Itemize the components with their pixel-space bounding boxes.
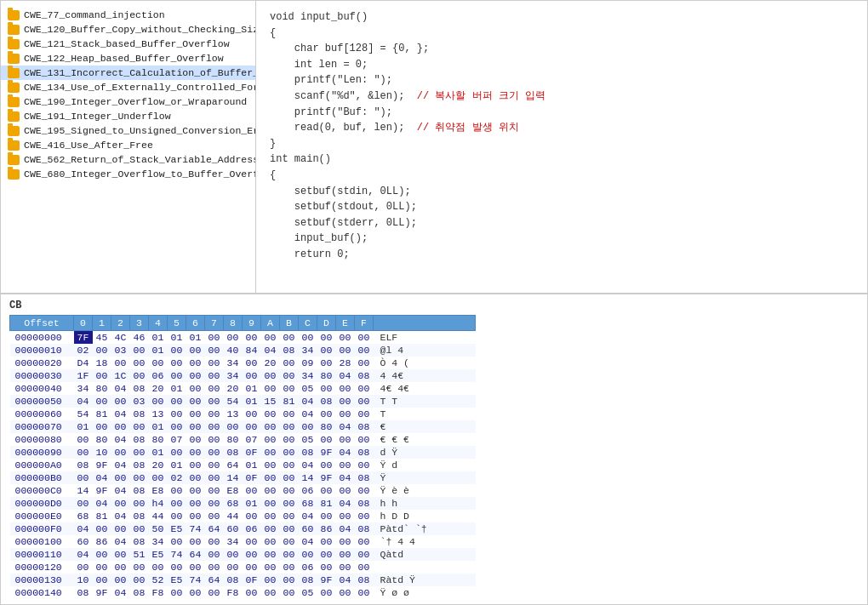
hex-byte-2-9[interactable]: 00 — [243, 357, 261, 369]
hex-byte-0-12[interactable]: 00 — [299, 331, 317, 345]
hex-byte-11-3[interactable]: 00 — [130, 471, 149, 484]
hex-byte-6-1[interactable]: 81 — [93, 408, 111, 420]
hex-byte-14-4[interactable]: 44 — [149, 510, 168, 522]
hex-byte-12-15[interactable]: 00 — [355, 484, 374, 497]
hex-byte-18-0[interactable]: 00 — [74, 561, 93, 574]
hex-byte-19-1[interactable]: 00 — [93, 574, 111, 586]
hex-byte-7-14[interactable]: 04 — [336, 420, 355, 433]
hex-offset-7[interactable]: 00000070 — [10, 420, 74, 433]
hex-byte-16-12[interactable]: 04 — [299, 535, 317, 548]
hex-byte-20-8[interactable]: F8 — [224, 586, 243, 599]
hex-byte-3-13[interactable]: 80 — [317, 369, 336, 382]
hex-offset-20[interactable]: 00000140 — [10, 586, 74, 599]
hex-byte-0-13[interactable]: 00 — [317, 331, 336, 345]
hex-byte-18-10[interactable]: 00 — [261, 561, 280, 574]
hex-byte-13-2[interactable]: 00 — [111, 497, 130, 510]
hex-offset-17[interactable]: 00000110 — [10, 548, 74, 561]
hex-byte-2-13[interactable]: 00 — [317, 357, 336, 369]
hex-byte-16-0[interactable]: 60 — [74, 535, 93, 548]
hex-byte-20-6[interactable]: 00 — [186, 586, 205, 599]
file-item-f10[interactable]: CWE_416_Use_After_Free — [1, 138, 255, 152]
hex-byte-16-14[interactable]: 00 — [336, 535, 355, 548]
hex-byte-20-4[interactable]: F8 — [149, 586, 168, 599]
hex-byte-9-13[interactable]: 9F — [317, 446, 336, 459]
hex-byte-14-3[interactable]: 08 — [130, 510, 149, 522]
hex-byte-13-7[interactable]: 00 — [205, 497, 224, 510]
hex-byte-3-11[interactable]: 00 — [280, 369, 299, 382]
hex-byte-10-14[interactable]: 00 — [336, 459, 355, 471]
hex-byte-16-15[interactable]: 00 — [355, 535, 374, 548]
hex-byte-0-7[interactable]: 00 — [205, 331, 224, 345]
hex-byte-10-8[interactable]: 64 — [224, 459, 243, 471]
hex-byte-17-3[interactable]: 51 — [130, 548, 149, 561]
hex-byte-16-11[interactable]: 00 — [280, 535, 299, 548]
hex-byte-8-7[interactable]: 00 — [205, 433, 224, 446]
hex-byte-20-5[interactable]: 00 — [168, 586, 186, 599]
hex-byte-2-7[interactable]: 00 — [205, 357, 224, 369]
hex-byte-1-6[interactable]: 00 — [186, 344, 205, 357]
hex-byte-9-1[interactable]: 10 — [93, 446, 111, 459]
hex-byte-11-8[interactable]: 14 — [224, 471, 243, 484]
hex-byte-14-11[interactable]: 00 — [280, 510, 299, 522]
hex-byte-14-13[interactable]: 00 — [317, 510, 336, 522]
hex-byte-9-10[interactable]: 00 — [261, 446, 280, 459]
hex-byte-8-5[interactable]: 07 — [168, 433, 186, 446]
hex-byte-8-1[interactable]: 80 — [93, 433, 111, 446]
hex-byte-18-12[interactable]: 06 — [299, 561, 317, 574]
hex-byte-11-11[interactable]: 00 — [280, 471, 299, 484]
hex-byte-10-10[interactable]: 00 — [261, 459, 280, 471]
hex-byte-12-14[interactable]: 00 — [336, 484, 355, 497]
hex-byte-7-0[interactable]: 01 — [74, 420, 93, 433]
hex-byte-12-2[interactable]: 04 — [111, 484, 130, 497]
hex-byte-18-15[interactable]: 00 — [355, 561, 374, 574]
hex-byte-20-14[interactable]: 00 — [336, 586, 355, 599]
hex-byte-1-15[interactable]: 00 — [355, 344, 374, 357]
hex-byte-2-10[interactable]: 20 — [261, 357, 280, 369]
hex-byte-12-11[interactable]: 00 — [280, 484, 299, 497]
hex-byte-13-12[interactable]: 68 — [299, 497, 317, 510]
hex-byte-15-13[interactable]: 86 — [317, 522, 336, 535]
hex-byte-20-10[interactable]: 00 — [261, 586, 280, 599]
file-item-f8[interactable]: CWE_191_Integer_Underflow — [1, 109, 255, 123]
hex-byte-19-4[interactable]: 52 — [149, 574, 168, 586]
hex-byte-17-11[interactable]: 00 — [280, 548, 299, 561]
hex-byte-15-8[interactable]: 60 — [224, 522, 243, 535]
hex-byte-15-10[interactable]: 00 — [261, 522, 280, 535]
hex-byte-14-1[interactable]: 81 — [93, 510, 111, 522]
hex-offset-9[interactable]: 00000090 — [10, 446, 74, 459]
hex-byte-10-7[interactable]: 00 — [205, 459, 224, 471]
hex-byte-13-9[interactable]: 01 — [243, 497, 261, 510]
hex-byte-2-14[interactable]: 28 — [336, 357, 355, 369]
hex-offset-8[interactable]: 00000080 — [10, 433, 74, 446]
hex-byte-8-11[interactable]: 00 — [280, 433, 299, 446]
hex-byte-5-1[interactable]: 00 — [93, 395, 111, 408]
hex-byte-6-15[interactable]: 00 — [355, 408, 374, 420]
hex-offset-0[interactable]: 00000000 — [10, 331, 74, 345]
hex-byte-15-2[interactable]: 00 — [111, 522, 130, 535]
hex-byte-11-0[interactable]: 00 — [74, 471, 93, 484]
hex-byte-0-4[interactable]: 01 — [149, 331, 168, 345]
hex-byte-2-6[interactable]: 00 — [186, 357, 205, 369]
hex-offset-19[interactable]: 00000130 — [10, 574, 74, 586]
hex-byte-20-13[interactable]: 00 — [317, 586, 336, 599]
hex-byte-3-15[interactable]: 08 — [355, 369, 374, 382]
hex-byte-4-10[interactable]: 00 — [261, 382, 280, 395]
hex-byte-9-4[interactable]: 01 — [149, 446, 168, 459]
hex-byte-9-5[interactable]: 00 — [168, 446, 186, 459]
hex-byte-5-13[interactable]: 08 — [317, 395, 336, 408]
hex-byte-14-0[interactable]: 68 — [74, 510, 93, 522]
hex-byte-18-2[interactable]: 00 — [111, 561, 130, 574]
hex-byte-6-3[interactable]: 08 — [130, 408, 149, 420]
hex-byte-11-15[interactable]: 08 — [355, 471, 374, 484]
hex-byte-13-0[interactable]: 00 — [74, 497, 93, 510]
hex-byte-15-9[interactable]: 06 — [243, 522, 261, 535]
hex-byte-2-2[interactable]: 00 — [111, 357, 130, 369]
hex-byte-1-12[interactable]: 34 — [299, 344, 317, 357]
hex-byte-18-7[interactable]: 00 — [205, 561, 224, 574]
hex-byte-1-14[interactable]: 00 — [336, 344, 355, 357]
hex-offset-6[interactable]: 00000060 — [10, 408, 74, 420]
hex-byte-10-2[interactable]: 04 — [111, 459, 130, 471]
hex-byte-8-10[interactable]: 00 — [261, 433, 280, 446]
hex-byte-17-0[interactable]: 04 — [74, 548, 93, 561]
hex-byte-2-4[interactable]: 00 — [149, 357, 168, 369]
